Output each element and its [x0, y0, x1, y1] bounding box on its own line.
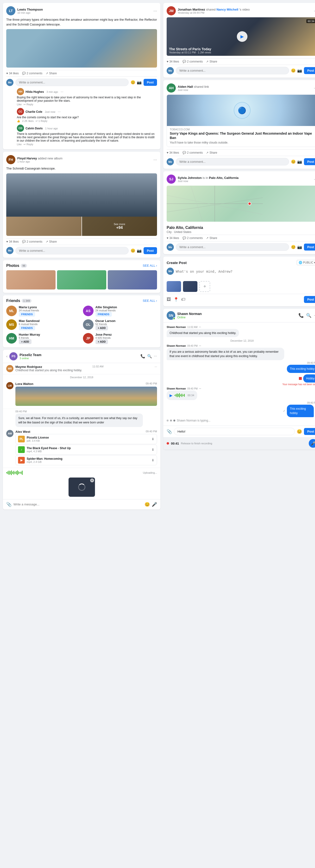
link-preview[interactable]: 🔵 Tobacco.com Sorry Vape Kings and Queen… [167, 94, 315, 147]
more-floyd[interactable]: ··· [153, 157, 157, 162]
friend-button-mae[interactable]: FRIENDS [19, 326, 35, 330]
reply-action[interactable]: ↩ Reply [24, 103, 33, 106]
post-btn-floyd[interactable]: Post [144, 247, 157, 254]
friend-info-maria: Maria Lyons 24 mutual friends FRIENDS [19, 305, 81, 317]
reply-calvin[interactable]: ↩ Reply [24, 143, 33, 146]
chat-more-mayme[interactable]: ··· [155, 365, 157, 369]
camera-icon-floyd[interactable]: 📷 [137, 248, 141, 253]
emoji-aiden[interactable]: 😊 [291, 159, 296, 164]
album-thumb-1 [6, 217, 82, 236]
share-jonathan[interactable]: ↗Share [206, 60, 217, 63]
mic-icon-chat[interactable]: 🎤 [152, 502, 157, 507]
play-icon-audio[interactable]: ▶ [169, 393, 172, 398]
reply-charlie[interactable]: ↩ 1 Reply [36, 120, 48, 123]
post-sylvia: SJ Sylvia Johnston is in Palo Alto, Cali… [163, 171, 315, 254]
friend-button-maria[interactable]: FRIENDS [19, 312, 35, 317]
msg-time-shawn-3: 09:40 PM [187, 388, 198, 390]
waveform-display [6, 470, 23, 475]
friend-item-5: JP Jose Perez 4 605 friends + ADD [83, 333, 157, 344]
search-icon[interactable]: 🔍 [147, 354, 152, 359]
group-chat-input[interactable] [13, 502, 143, 506]
more-aiden[interactable]: ··· [314, 86, 315, 90]
emoji-shawn[interactable]: 😊 [297, 429, 302, 434]
add-media-button[interactable]: + [199, 281, 210, 292]
download-icon-3[interactable]: ⬇ [152, 458, 154, 462]
play-button[interactable]: ▶ [237, 31, 247, 42]
post-btn-aiden[interactable]: Post [304, 158, 315, 165]
comment-more-charlie[interactable]: ··· [58, 110, 61, 114]
jonathan-target[interactable]: Nancy Mitchell [216, 8, 238, 11]
like-calvin[interactable]: Like [17, 143, 22, 146]
tag-icon[interactable]: 🏷 [181, 297, 185, 302]
emoji-icon-floyd[interactable]: 😊 [131, 248, 135, 253]
typing-dot-2 [170, 420, 172, 422]
back-button[interactable]: ‹ [6, 354, 7, 359]
wave-5 [11, 470, 12, 475]
post-btn-sylvia[interactable]: Post [304, 244, 315, 251]
emoji-icon[interactable]: 😊 [131, 80, 135, 85]
camera-sylvia[interactable]: 📷 [297, 245, 302, 249]
camera-aiden[interactable]: 📷 [297, 159, 302, 164]
download-icon-1[interactable]: ⬇ [152, 437, 154, 441]
phone-icon[interactable]: 📞 [140, 354, 145, 359]
comment-input-jonathan[interactable] [176, 67, 289, 74]
location-icon[interactable]: 📍 [174, 297, 179, 302]
friend-button-jose[interactable]: + ADD [95, 339, 108, 344]
image-icon[interactable]: 🖼 [167, 297, 171, 302]
avatar-hilda: HH [17, 88, 24, 95]
video-thumbnail[interactable]: The Streets of Paris Today Yesterday at … [167, 17, 315, 56]
camera-jonathan[interactable]: 📷 [297, 68, 302, 73]
friend-button-hunter[interactable]: + ADD [19, 339, 32, 344]
mic-button[interactable]: 🎤 [309, 439, 315, 448]
comment-input-floyd[interactable] [15, 247, 129, 254]
more-icon-shawn[interactable]: ··· [314, 313, 315, 318]
search-icon-shawn[interactable]: 🔍 [306, 313, 311, 318]
share-floyd[interactable]: ↗Share [46, 240, 57, 243]
aw-9 [184, 394, 185, 397]
photo-item-3[interactable] [108, 270, 157, 289]
create-post-button[interactable]: Post [304, 296, 315, 303]
photo-item-1[interactable] [6, 270, 56, 289]
photos-see-all[interactable]: SEE ALL › [143, 264, 157, 267]
more-button[interactable]: ··· [153, 9, 157, 13]
post-comment-button[interactable]: Post [144, 79, 157, 86]
attachment-icon[interactable]: 📎 [6, 502, 11, 507]
friend-button-allie[interactable]: FRIENDS [95, 312, 112, 317]
share-aiden[interactable]: ↗Share [206, 151, 217, 154]
send-btn-shawn[interactable]: Post [304, 428, 315, 435]
more-jonathan[interactable]: ··· [314, 9, 315, 13]
share-button[interactable]: ↗Share [46, 72, 57, 75]
comment-input-aiden[interactable] [176, 158, 289, 165]
post-time-aiden: Just now [178, 89, 209, 91]
file-3: ▶ Spider-Man: Homecoming mp4, 2.4 GB ⬇ [15, 455, 157, 465]
more-icon[interactable]: ··· [154, 354, 157, 359]
public-dropdown[interactable]: 🌐 PUBLIC ▾ [297, 260, 315, 265]
comment-input-sylvia[interactable] [176, 243, 289, 251]
comment-header-charlie: CC Charlie Cole Just now ··· [17, 108, 157, 115]
phone-icon-shawn[interactable]: 📞 [298, 313, 304, 318]
comment-input[interactable] [15, 79, 129, 86]
create-post-input[interactable] [176, 268, 315, 279]
like-charlie[interactable]: 👍 [17, 120, 20, 123]
comment-more[interactable]: ··· [61, 90, 63, 94]
file-name-1: Pixseliz License [27, 436, 49, 439]
chat-text-input-shawn[interactable] [174, 428, 295, 435]
emoji-icon-chat[interactable]: 😊 [145, 502, 150, 507]
avatar-hunter: HM [6, 333, 17, 344]
friends-see-all[interactable]: SEE ALL › [143, 299, 157, 303]
emoji-jonathan[interactable]: 😊 [291, 68, 296, 73]
photo-item-2[interactable] [57, 270, 106, 289]
friend-button-oscar[interactable]: + ADD [95, 326, 108, 330]
more-sylvia[interactable]: ··· [314, 177, 315, 181]
file-info-2: The Black Eyed Pease - Shut Up mp4, 4.3 … [27, 446, 71, 453]
camera-icon[interactable]: 📷 [137, 80, 141, 85]
upload-close-btn[interactable]: ✕ [90, 478, 94, 482]
download-icon-2[interactable]: ⬇ [152, 448, 154, 452]
friend-item-4: HM Hunter Murray 5 friends + ADD [6, 333, 81, 344]
post-btn-jonathan[interactable]: Post [304, 67, 315, 74]
attachment-icon-shawn[interactable]: 📎 [167, 429, 172, 434]
share-sylvia[interactable]: ↗Share [206, 236, 217, 240]
emoji-sylvia[interactable]: 😊 [291, 245, 296, 249]
like-action[interactable]: Like [17, 103, 22, 106]
friends-badge: 1 349 [22, 299, 32, 303]
